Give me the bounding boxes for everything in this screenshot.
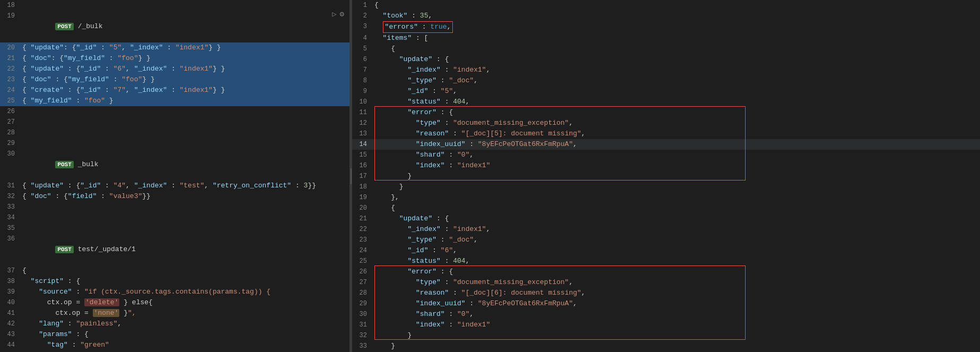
- line-row: 6 "update" : {: [352, 54, 980, 65]
- line-row: 1 {: [352, 0, 980, 11]
- line-row: 32 }: [352, 330, 980, 341]
- line-row: 43 "params" : {: [0, 329, 349, 340]
- line-row: 22 "_index" : "index1",: [352, 224, 980, 235]
- line-row: 18: [0, 0, 349, 11]
- http-method: POST: [55, 161, 73, 168]
- line-row: 2 "took" : 35,: [352, 11, 980, 21]
- line-row: 25 { "my_field" : "foo" }: [0, 96, 349, 106]
- right-code-area: 1 { 2 "took" : 35, 3 "errors" : true, 4 …: [352, 0, 980, 351]
- line-row: 27 "type" : "document_missing_exception"…: [352, 277, 980, 288]
- line-row: 9 "_id" : "5",: [352, 86, 980, 97]
- line-row: 42 "lang" : "painless",: [0, 319, 349, 329]
- line-row: 23 { "doc" : {"my_field" : "foo"} }: [0, 74, 349, 85]
- line-row: 35: [0, 223, 349, 234]
- line-row: 11 "error" : {: [352, 107, 980, 118]
- line-row: 17 }: [352, 171, 980, 182]
- line-row: 39 "source" : "if (ctx._source.tags.cont…: [0, 287, 349, 297]
- errors-line: 3 "errors" : true,: [352, 21, 980, 33]
- left-editor-panel[interactable]: ▷ ⚙ 18 19 POST /_bulk 20 { "update": {"_…: [0, 0, 350, 352]
- line-row: 25 "status" : 404,: [352, 256, 980, 267]
- line-row: 8 "_type" : "_doc",: [352, 75, 980, 86]
- run-icon[interactable]: ▷: [332, 10, 336, 19]
- line-row: 18 }: [352, 182, 980, 192]
- line-row: 33 }: [352, 341, 980, 351]
- line-row: 5 {: [352, 44, 980, 54]
- line-row: 33: [0, 202, 349, 212]
- items-line: 4 "items" : [: [352, 33, 980, 44]
- line-row: 19 POST /_bulk: [0, 11, 349, 42]
- line-row: 36 POST test/_update/1: [0, 234, 349, 265]
- line-row: 23 "_type" : "_doc",: [352, 235, 980, 245]
- line-row: 20 { "update": {"_id" : "5", "_index" : …: [0, 42, 349, 53]
- line-row: 37 {: [0, 265, 349, 276]
- line-row: 44 "tag" : "green": [0, 340, 349, 350]
- line-row: 30 POST _bulk: [0, 149, 349, 181]
- divider-handle: [351, 168, 352, 184]
- line-row: 28 "reason" : "[_doc][6]: document missi…: [352, 288, 980, 298]
- line-row: 26: [0, 106, 349, 117]
- line-row: 41 ctx.op = 'none' }",: [0, 308, 349, 319]
- left-toolbar: ▷ ⚙: [332, 10, 344, 19]
- line-row: 15 "shard" : "0",: [352, 150, 980, 160]
- line-row: 19 },: [352, 192, 980, 203]
- line-row: 40 ctx.op = 'delete' } else{: [0, 297, 349, 308]
- line-row: 31 { "update" : {"_id" : "4", "_index" :…: [0, 181, 349, 191]
- line-row: 38 "script" : {: [0, 276, 349, 287]
- http-method: POST: [55, 23, 73, 30]
- right-editor-panel[interactable]: 1 { 2 "took" : 35, 3 "errors" : true, 4 …: [352, 0, 980, 352]
- line-row: 29: [0, 138, 349, 149]
- line-row: 7 "_index" : "index1",: [352, 65, 980, 75]
- line-row: 26 "error" : {: [352, 267, 980, 277]
- line-row: 10 "status" : 404,: [352, 97, 980, 107]
- line-row: 12 "type" : "document_missing_exception"…: [352, 118, 980, 128]
- line-row: 14 "index_uuid" : "8yEFcPeOTGat6RxFmRpuA…: [352, 139, 980, 150]
- line-row: 24 "_id" : "6",: [352, 245, 980, 256]
- line-row: 24 { "create" : {"_id" : "7", "_index" :…: [0, 85, 349, 96]
- line-row: 28: [0, 127, 349, 138]
- line-row: 27: [0, 117, 349, 127]
- line-row: 30 "shard" : "0",: [352, 309, 980, 320]
- line-row: 20 {: [352, 203, 980, 213]
- line-row: 31 "index" : "index1": [352, 320, 980, 330]
- errors-border: "errors" : true,: [383, 21, 453, 33]
- line-row: 29 "index_uuid" : "8yEFcPeOTGat6RxFmRpuA…: [352, 298, 980, 309]
- http-method: POST: [55, 246, 73, 253]
- line-row: 22 { "update" : {"_id" : "6", "_index" :…: [0, 64, 349, 74]
- line-row: 21 { "doc": {"my_field" : "foo"} }: [0, 53, 349, 64]
- line-row: 34: [0, 212, 349, 223]
- line-row: 13 "reason" : "[_doc][5]: document missi…: [352, 128, 980, 139]
- settings-icon[interactable]: ⚙: [340, 10, 344, 19]
- line-row: 16 "index" : "index1": [352, 160, 980, 171]
- left-code-area: 18 19 POST /_bulk 20 { "update": {"_id" …: [0, 0, 349, 352]
- line-row: 32 { "doc" : {"field" : "value3"}}: [0, 191, 349, 202]
- line-row: 21 "update" : {: [352, 213, 980, 224]
